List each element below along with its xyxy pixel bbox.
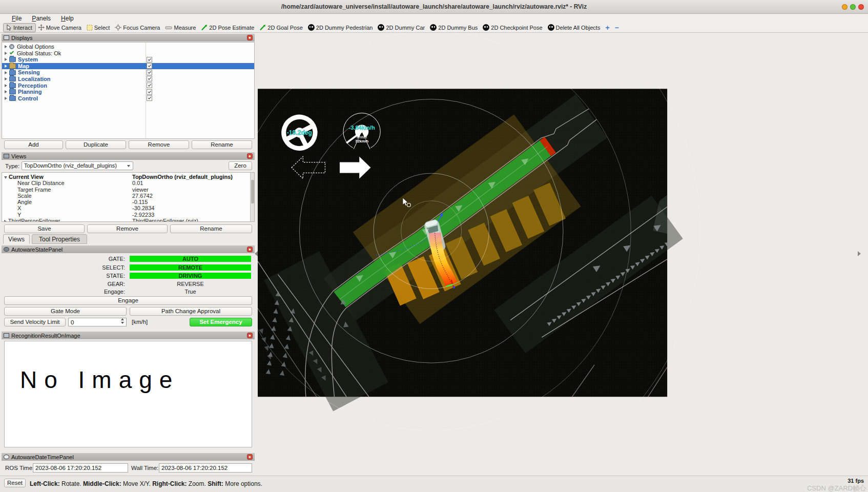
view-type-select[interactable]: TopDownOrtho (rviz_default_plugins) bbox=[22, 161, 133, 170]
close-icon[interactable]: ● bbox=[247, 247, 253, 252]
checkbox[interactable] bbox=[147, 95, 152, 101]
views-panel-header[interactable]: Views ● bbox=[2, 152, 255, 160]
view-row-y[interactable]: Y -2.92233 bbox=[4, 212, 250, 218]
expander-icon[interactable] bbox=[4, 220, 7, 222]
view-row-near-clip[interactable]: Near Clip Distance 0.01 bbox=[4, 180, 250, 186]
reset-button[interactable]: Reset bbox=[4, 479, 26, 487]
display-row-global-options[interactable]: Global Options bbox=[2, 44, 254, 50]
expander-icon[interactable] bbox=[5, 71, 7, 74]
close-icon[interactable]: ● bbox=[247, 454, 253, 460]
expander-icon[interactable] bbox=[5, 58, 7, 61]
zero-button[interactable]: Zero bbox=[229, 161, 252, 170]
tool-interact[interactable]: Interact bbox=[3, 23, 36, 32]
send-velocity-limit-button[interactable]: Send Velocity Limit bbox=[4, 318, 66, 326]
recognition-panel-header[interactable]: RecognitionResultOnImage ● bbox=[2, 332, 255, 339]
minimize-icon[interactable] bbox=[842, 4, 848, 10]
display-row-planning[interactable]: Planning bbox=[2, 89, 254, 95]
remove-display-button[interactable]: Remove bbox=[129, 140, 189, 149]
expander-icon[interactable] bbox=[5, 65, 7, 68]
expander-icon[interactable] bbox=[4, 176, 7, 179]
velocity-input[interactable]: 0 bbox=[68, 318, 127, 326]
status-badge: DRIVING bbox=[130, 273, 251, 279]
render-viewport[interactable]: -19.2deg -3.84km/h limited 72km/h bbox=[258, 33, 846, 476]
tool-focus-camera[interactable]: Focus Camera bbox=[113, 23, 163, 32]
gate-mode-button[interactable]: Gate Mode bbox=[4, 307, 127, 316]
display-row-map[interactable]: Map bbox=[2, 63, 254, 70]
menu-panels[interactable]: Panels bbox=[27, 15, 55, 22]
scrollbar[interactable] bbox=[250, 173, 254, 221]
display-row-localization[interactable]: Localization bbox=[2, 76, 254, 83]
tool-select[interactable]: Select bbox=[85, 23, 113, 32]
remove-view-button[interactable]: Remove bbox=[87, 224, 168, 233]
scrollbar-thumb[interactable] bbox=[251, 180, 254, 203]
tab-tool-properties[interactable]: Tool Properties bbox=[32, 234, 87, 244]
expander-icon[interactable] bbox=[5, 90, 7, 93]
collapse-right-dock-icon[interactable] bbox=[858, 251, 861, 256]
display-row-control[interactable]: Control bbox=[2, 95, 254, 102]
spinner-down-icon[interactable] bbox=[121, 322, 124, 324]
tool-2d-goal-pose[interactable]: 2D Goal Pose bbox=[257, 23, 305, 32]
display-row-perception[interactable]: Perception bbox=[2, 83, 254, 89]
tool-remove[interactable]: − bbox=[613, 23, 622, 32]
expander-icon[interactable] bbox=[5, 77, 7, 80]
rename-view-button[interactable]: Rename bbox=[170, 224, 252, 233]
tab-views[interactable]: Views bbox=[3, 234, 30, 244]
displays-tree[interactable]: Global Options Global Status: Ok System … bbox=[2, 42, 255, 139]
close-icon[interactable]: ● bbox=[247, 35, 253, 40]
title-bar[interactable]: /home/zard/autoware_universe/install/aut… bbox=[0, 0, 868, 14]
close-icon[interactable]: ● bbox=[247, 153, 253, 159]
tool-2d-pose-estimate[interactable]: 2D Pose Estimate bbox=[199, 23, 257, 32]
view-row-scale[interactable]: Scale 27.6742 bbox=[4, 193, 250, 199]
duplicate-button[interactable]: Duplicate bbox=[66, 140, 126, 149]
checkbox[interactable] bbox=[147, 76, 152, 81]
spinner-up-icon[interactable] bbox=[121, 318, 124, 320]
display-row-label: System bbox=[18, 56, 38, 63]
view-row-third-person[interactable]: ThirdPersonFollower ThirdPersonFollower … bbox=[4, 218, 250, 222]
wall-time-field[interactable]: 2023-08-06 17:20:20.152 bbox=[159, 463, 252, 473]
collapse-left-dock-icon[interactable] bbox=[255, 251, 258, 256]
tool-add[interactable]: + bbox=[603, 23, 612, 32]
expander-icon[interactable] bbox=[5, 52, 7, 55]
spinner-arrows[interactable] bbox=[121, 318, 124, 324]
set-emergency-button[interactable]: Set Emergency bbox=[190, 318, 252, 326]
close-icon[interactable]: ● bbox=[247, 333, 253, 338]
tool-move-camera[interactable]: Move Camera bbox=[36, 23, 85, 32]
tool-2d-dummy-bus[interactable]: 2D Dummy Bus bbox=[428, 23, 481, 32]
views-tree[interactable]: Current View TopDownOrtho (rviz_default_… bbox=[2, 172, 255, 222]
state-panel-header[interactable]: AutowareStatePanel ● bbox=[2, 245, 255, 253]
displays-panel-header[interactable]: Displays ● bbox=[2, 34, 255, 42]
tool-2d-dummy-pedestrian[interactable]: 2D Dummy Pedestrian bbox=[306, 23, 376, 32]
tool-2d-dummy-car[interactable]: 2D Dummy Car bbox=[376, 23, 428, 32]
no-image-placeholder: No Image bbox=[20, 366, 179, 394]
maximize-icon[interactable] bbox=[850, 4, 856, 10]
datetime-panel-header[interactable]: AutowareDateTimePanel ● bbox=[2, 453, 255, 461]
display-row-system[interactable]: System bbox=[2, 56, 254, 63]
folder-icon bbox=[9, 64, 16, 69]
checkbox[interactable] bbox=[147, 89, 152, 95]
save-view-button[interactable]: Save bbox=[4, 224, 85, 233]
add-button[interactable]: Add bbox=[4, 140, 63, 149]
path-change-approval-button[interactable]: Path Change Approval bbox=[130, 307, 252, 316]
checkbox[interactable] bbox=[147, 57, 152, 63]
view-row-current[interactable]: Current View TopDownOrtho (rviz_default_… bbox=[4, 174, 250, 180]
expander-icon[interactable] bbox=[5, 97, 7, 100]
menu-file[interactable]: File bbox=[7, 15, 26, 22]
menu-help[interactable]: Help bbox=[56, 15, 78, 22]
display-row-global-status[interactable]: Global Status: Ok bbox=[2, 50, 254, 57]
ros-time-field[interactable]: 2023-08-06 17:20:20.152 bbox=[33, 463, 128, 473]
tool-measure[interactable]: Measure bbox=[163, 23, 199, 32]
view-row-x[interactable]: X -30.2834 bbox=[4, 205, 250, 211]
tool-2d-checkpoint-pose[interactable]: 2D Checkpoint Pose bbox=[481, 23, 545, 32]
engage-button[interactable]: Engage bbox=[4, 296, 252, 305]
display-row-sensing[interactable]: Sensing bbox=[2, 69, 254, 76]
checkbox[interactable] bbox=[147, 70, 152, 75]
view-row-angle[interactable]: Angle -0.115 bbox=[4, 199, 250, 205]
rename-display-button[interactable]: Rename bbox=[192, 140, 252, 149]
expander-icon[interactable] bbox=[5, 84, 7, 87]
checkbox[interactable] bbox=[147, 63, 152, 69]
tool-delete-all-objects[interactable]: Delete All Objects bbox=[546, 23, 604, 32]
view-row-target-frame[interactable]: Target Frame viewer bbox=[4, 187, 250, 193]
close-window-icon[interactable] bbox=[858, 4, 864, 10]
expander-icon[interactable] bbox=[5, 45, 7, 48]
checkbox[interactable] bbox=[147, 83, 152, 88]
